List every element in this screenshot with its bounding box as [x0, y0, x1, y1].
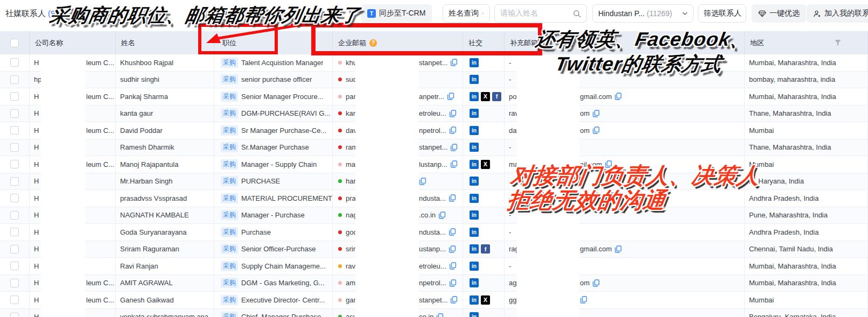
filter-contacts-dropdown[interactable]: 筛选联系人	[698, 4, 746, 23]
copy-icon[interactable]	[614, 93, 622, 100]
row-checkbox[interactable]	[10, 58, 19, 67]
row-checkbox[interactable]	[10, 160, 19, 168]
social-cell: in	[463, 105, 505, 122]
region-cell: Thane, Maharashtra, India	[745, 105, 868, 122]
company-name-partial: leum C...	[86, 160, 114, 168]
linkedin-icon[interactable]: in	[470, 58, 479, 67]
social-cell: in	[463, 72, 505, 88]
company-name-partial: leum C...	[86, 296, 114, 304]
email-status-dot	[338, 111, 342, 115]
linkedin-icon[interactable]: in	[470, 143, 479, 152]
company-filter-dropdown[interactable]: Hindustan P... (11269)	[592, 4, 694, 23]
position-title: Manager - Supply Chain	[241, 160, 317, 168]
linkedin-icon[interactable]: in	[470, 244, 479, 253]
row-checkbox[interactable]	[10, 313, 19, 317]
linkedin-icon[interactable]: in	[470, 160, 479, 169]
copy-icon[interactable]	[450, 144, 458, 151]
row-checkbox[interactable]	[10, 75, 19, 84]
facebook-icon[interactable]: f	[481, 244, 490, 253]
linkedin-icon[interactable]: in	[470, 194, 479, 203]
one-click-optimize-button[interactable]: 一键优选	[752, 4, 806, 23]
email-partial-end: .co.in	[419, 211, 436, 219]
filter-funnel-icon[interactable]	[834, 39, 842, 46]
email-partial-end: co.in	[419, 313, 433, 317]
email-partial-end: stanpet...	[419, 59, 447, 67]
copy-icon[interactable]	[449, 194, 456, 202]
linkedin-icon[interactable]: in	[470, 210, 479, 220]
sync-to-tcrm-button[interactable]: T 同步至T-CRM	[361, 4, 432, 23]
position-title: Talent Acquistion Manager	[241, 59, 323, 67]
social-cell: inXf	[463, 88, 505, 105]
copy-icon[interactable]	[450, 160, 458, 168]
social-cell: in	[463, 207, 505, 224]
contact-name: prasadvss Vssprasad	[116, 190, 214, 207]
purchaser-tag: 采购	[221, 261, 238, 271]
region-cell: Thane, Maharashtra, India	[745, 139, 868, 156]
x-icon[interactable]: X	[481, 160, 490, 169]
add-to-my-contacts-button[interactable]: 加入我的联系人	[807, 4, 868, 23]
contact-name: Manoj Rajapantula	[116, 156, 214, 173]
row-checkbox[interactable]	[10, 143, 19, 152]
search-icon[interactable]	[573, 10, 581, 18]
row-checkbox[interactable]	[10, 109, 19, 118]
table-row: Hvenkata subrahmanyam ana...采购Chief. Man…	[0, 309, 868, 317]
copy-icon[interactable]	[449, 245, 456, 253]
copy-icon[interactable]	[449, 279, 457, 287]
contact-name: Goda Suryanarayana	[116, 224, 214, 241]
copy-icon[interactable]	[419, 178, 426, 185]
search-input[interactable]: 请输入姓名	[494, 4, 587, 23]
linkedin-icon[interactable]: in	[470, 177, 479, 186]
linkedin-icon[interactable]: in	[470, 92, 479, 101]
social-cell: in	[463, 309, 505, 317]
region-cell: Bengaluru, Karnataka, India	[745, 309, 868, 317]
row-checkbox[interactable]	[10, 126, 19, 135]
select-all-checkbox[interactable]	[10, 39, 19, 47]
contact-name: sudhir singhi	[116, 72, 214, 88]
email-status-dot	[338, 315, 342, 317]
extra-email-partial-end: om	[580, 126, 590, 135]
row-checkbox[interactable]	[10, 245, 19, 253]
copy-icon[interactable]	[450, 59, 458, 66]
row-checkbox[interactable]	[10, 177, 19, 186]
company-name-partial: H	[34, 245, 39, 253]
email-status-dot	[338, 264, 342, 268]
row-checkbox[interactable]	[10, 228, 19, 236]
linkedin-icon[interactable]: in	[470, 109, 479, 118]
extra-email-partial-end: gmail.com	[580, 245, 612, 253]
linkedin-icon[interactable]: in	[470, 228, 479, 237]
help-icon[interactable]: ?	[369, 39, 377, 47]
row-checkbox[interactable]	[10, 194, 19, 202]
linkedin-icon[interactable]: in	[470, 312, 479, 317]
copy-icon[interactable]	[449, 110, 457, 117]
purchaser-tag: 采购	[221, 125, 238, 136]
row-checkbox[interactable]	[10, 295, 19, 304]
x-icon[interactable]: X	[481, 295, 490, 305]
copy-icon[interactable]	[438, 212, 446, 219]
row-checkbox[interactable]	[10, 262, 19, 270]
linkedin-icon[interactable]: in	[470, 278, 479, 287]
copy-icon[interactable]	[592, 126, 600, 134]
facebook-icon[interactable]: f	[492, 92, 501, 101]
copy-icon[interactable]	[449, 228, 456, 236]
copy-icon[interactable]	[605, 160, 612, 168]
copy-icon[interactable]	[592, 279, 600, 287]
copy-icon[interactable]	[447, 93, 454, 100]
linkedin-icon[interactable]: in	[470, 126, 479, 135]
copy-icon[interactable]	[614, 245, 622, 253]
email-partial-end: etroleu...	[419, 262, 446, 270]
x-icon[interactable]: X	[481, 92, 490, 101]
row-checkbox[interactable]	[10, 92, 19, 101]
copy-icon[interactable]	[449, 126, 457, 134]
copy-icon[interactable]	[450, 296, 458, 304]
row-checkbox[interactable]	[10, 211, 19, 220]
name-query-dropdown[interactable]: 姓名查询	[443, 4, 490, 23]
copy-icon[interactable]	[436, 313, 444, 317]
row-checkbox[interactable]	[10, 279, 19, 287]
table-row: Hleum C...Khushboo Rajpal采购Talent Acquis…	[0, 54, 868, 72]
copy-icon[interactable]	[449, 262, 457, 270]
copy-icon[interactable]	[592, 110, 600, 117]
linkedin-icon[interactable]: in	[470, 75, 479, 84]
linkedin-icon[interactable]: in	[470, 295, 479, 305]
copy-icon[interactable]	[580, 296, 587, 304]
linkedin-icon[interactable]: in	[470, 262, 479, 271]
